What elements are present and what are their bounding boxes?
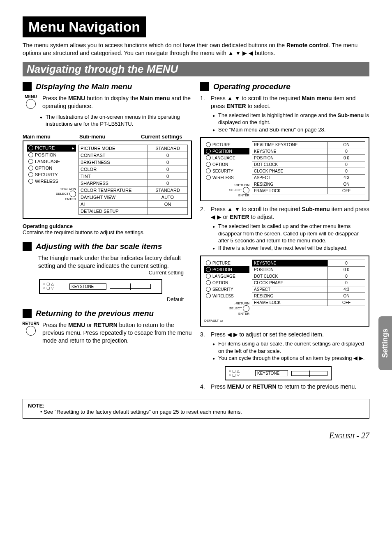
step1-bullet1: The selected item is highlighted in oran… [212, 112, 369, 126]
d2-position: POSITION [204, 266, 249, 273]
operating-guidance-text: Contains the required buttons to adjust … [23, 229, 192, 235]
d1-option: OPTION [204, 161, 249, 168]
intro-text: The menu system allows you to access fun… [23, 41, 369, 57]
nav-hint: ○RETURN SELECT ENTER [204, 183, 249, 197]
keystone-box: KEYSTONE [255, 370, 288, 376]
default-label: Default [23, 296, 184, 302]
submenu-row: SHARPNESS0 [78, 180, 188, 187]
note-text: See "Resetting to the factory default se… [44, 409, 242, 415]
menu-item-wireless: WIRELESS [27, 178, 76, 184]
d1-security: SECURITY [204, 168, 249, 174]
submenu-row: RESIZINGON [252, 293, 365, 299]
d2-wireless: WIRELESS [204, 292, 249, 299]
nav-hint: ○RETURN SELECT ENTER [204, 302, 249, 315]
submenu-row: POSITION0 0 [252, 155, 365, 161]
d1-wireless: WIRELESS [204, 174, 249, 181]
submenu-row: REALTIME KEYSTONEON [252, 141, 365, 148]
submenu-row: DAYLIGHT VIEWAUTO [78, 194, 188, 201]
step2-bullet2: If there is a lower level, the next leve… [212, 244, 369, 252]
step-4: Press MENU or RETURN to return to the pr… [211, 383, 356, 391]
heading-displaying: Displaying the Main menu [36, 82, 132, 91]
step2-bullet1: The selected item is called up and the o… [212, 223, 369, 244]
default-hint: DEFAULT ▭ [204, 319, 249, 322]
menu-diagram-step1: PICTURE POSITION LANGUAGE OPTION SECURIT… [200, 137, 369, 201]
d2-option: OPTION [204, 279, 249, 286]
operating-guidance-heading: Operating guidance [23, 223, 192, 229]
bullet-square [23, 242, 32, 251]
menu-diagram-main: PICTURE▸ POSITION LANGUAGE OPTION SECURI… [23, 140, 192, 219]
current-setting-label: Current setting [23, 269, 184, 276]
submenu-row: COLOR TEMPERATURESTANDARD [78, 187, 188, 194]
menu-item-language: LANGUAGE [27, 158, 76, 165]
keystone-diagram-2: ○ ▢ △○ ▢ ▽ KEYSTONE [225, 366, 332, 381]
note-box: NOTE: • See "Resetting to the factory de… [23, 399, 369, 419]
adjusting-desc: The triangle mark under the bar indicate… [38, 254, 192, 270]
submenu-row: POSITION0 0 [252, 267, 365, 273]
step1-bullet2: See "Main menu and Sub-menu" on page 28. [212, 126, 369, 134]
heading-adjusting: Adjusting with the bar scale items [36, 242, 162, 251]
intro-a: The menu system allows you to access fun… [23, 42, 286, 48]
note-illustrations: The illustrations of the on-screen menus… [40, 113, 192, 128]
submenu-row: PICTURE MODESTANDARD [78, 145, 188, 152]
return-button-icon: RETURN [23, 321, 39, 345]
page-title: Menu Navigation [23, 16, 146, 37]
d2-language: LANGUAGE [204, 273, 249, 279]
menu-diagram-step2: PICTURE POSITION LANGUAGE OPTION SECURIT… [200, 256, 369, 327]
submenu-row: RESIZINGON [252, 181, 365, 188]
bullet-square [23, 309, 32, 318]
intro-b: Remote control [286, 42, 329, 48]
step3-bullet1: For items using a bar scale, the current… [212, 340, 369, 355]
submenu-row: TINT0 [78, 173, 188, 180]
submenu-row: AION [78, 201, 188, 208]
right-column: Operating procedure 1.Press ▲ ▼ to scrol… [200, 82, 369, 393]
side-tab-settings: Settings [378, 316, 392, 370]
submenu-row: DETAILED SETUP [78, 208, 188, 215]
bullet-square [23, 82, 32, 91]
label-sub-menu: Sub-menu [79, 134, 129, 140]
d2-picture: PICTURE [204, 260, 249, 266]
section-heading: Navigating through the MENU [23, 62, 369, 76]
keystone-diagram: ○ ▢ △○ ▢ ▽ KEYSTONE [39, 279, 162, 294]
menu-item-picture: PICTURE▸ [27, 145, 76, 152]
nav-hint: ○RETURN SELECT ENTER [27, 187, 76, 201]
submenu-row: ASPECT4:3 [252, 286, 365, 293]
step-1: Press ▲ ▼ to scroll to the required Main… [211, 94, 369, 110]
d2-security: SECURITY [204, 286, 249, 292]
heading-operating-procedure: Operating procedure [213, 82, 291, 91]
page-footer: English - 27 [23, 431, 369, 440]
submenu-row: BRIGHTNESS0 [78, 159, 188, 166]
displaying-desc: Press the MENU button to display the Mai… [42, 94, 192, 110]
submenu-row: CONTRAST0 [78, 152, 188, 159]
submenu-row: KEYSTONE0 [252, 260, 365, 267]
d1-language: LANGUAGE [204, 154, 249, 161]
submenu-row: COLOR0 [78, 166, 188, 173]
step-3: Press ◀ ▶ to adjust or set the selected … [211, 331, 324, 339]
d1-picture: PICTURE [204, 141, 249, 148]
menu-item-security: SECURITY [27, 171, 76, 178]
submenu-row: KEYSTONE0 [252, 148, 365, 155]
submenu-row: CLOCK PHASE0 [252, 168, 365, 175]
return-label: RETURN [22, 321, 39, 326]
menu-label: MENU [25, 94, 37, 99]
step-2: Press ▲ ▼ to scroll to the required Sub-… [211, 205, 369, 221]
bullet-square [200, 82, 209, 91]
submenu-row: ASPECT4:3 [252, 175, 365, 181]
menu-button-icon: MENU [23, 94, 39, 110]
menu-item-position: POSITION [27, 152, 76, 158]
menu-item-option: OPTION [27, 165, 76, 171]
submenu-row: FRAME LOCKOFF [252, 299, 365, 306]
label-main-menu: Main menu [23, 134, 67, 140]
left-column: Displaying the Main menu MENU Press the … [23, 82, 192, 393]
d1-position: POSITION [204, 148, 249, 154]
step3-bullet2: You can cycle through the options of an … [212, 355, 369, 362]
keystone-box: KEYSTONE [69, 283, 106, 290]
note-heading: NOTE: [28, 403, 44, 409]
returning-desc: Press the MENU or RETURN button to retur… [42, 321, 192, 345]
submenu-row: FRAME LOCKOFF [252, 188, 365, 194]
submenu-row: DOT CLOCK0 [252, 161, 365, 168]
heading-returning: Returning to the previous menu [36, 309, 154, 318]
label-current-settings: Current settings [141, 134, 182, 140]
submenu-row: CLOCK PHASE0 [252, 280, 365, 286]
submenu-row: DOT CLOCK0 [252, 273, 365, 280]
